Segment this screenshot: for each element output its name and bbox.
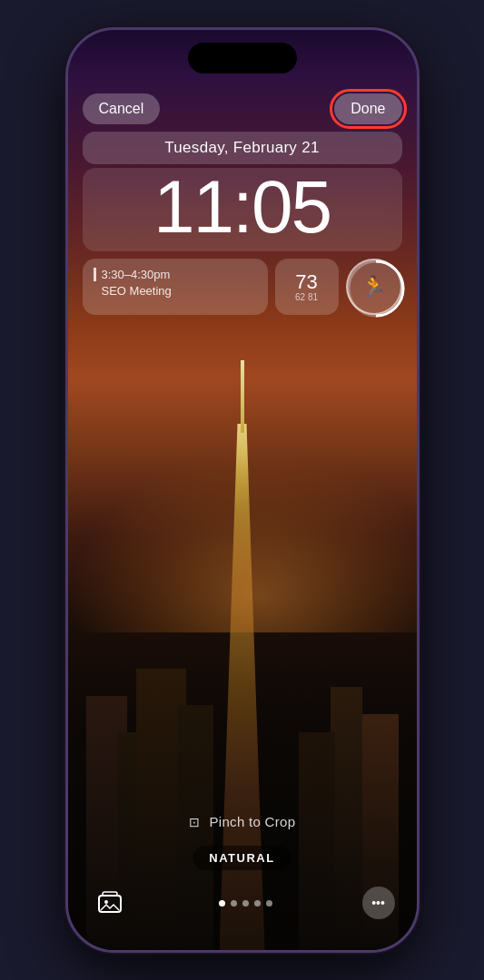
phone-shell: Cancel Done Tuesday, February 21 11:05 3…: [65, 27, 420, 953]
date-text: Tuesday, February 21: [164, 139, 319, 156]
done-button[interactable]: Done: [334, 93, 401, 124]
dot-2: [231, 900, 237, 906]
pinch-hint: ⊡ Pinch to Crop: [68, 814, 417, 829]
dot-5: [266, 900, 272, 906]
dot-4: [254, 900, 261, 906]
calendar-widget[interactable]: 3:30–4:30pm SEO Meeting: [83, 259, 268, 315]
event-title: SEO Meeting: [94, 284, 257, 298]
bottom-controls: •••: [68, 883, 417, 923]
more-options-button[interactable]: •••: [362, 887, 395, 919]
gallery-button[interactable]: [90, 883, 130, 923]
more-icon: •••: [371, 896, 385, 910]
dynamic-island: [188, 43, 297, 74]
progress-ring: [345, 258, 407, 319]
gallery-icon: [97, 890, 123, 916]
temperature: 73: [295, 272, 317, 292]
time-display: 11:05: [92, 170, 393, 244]
page-indicators: [219, 900, 272, 906]
widgets-row: 3:30–4:30pm SEO Meeting 73 62 81 🏃: [83, 259, 402, 315]
bottom-area: ⊡ Pinch to Crop NATURAL: [68, 814, 417, 950]
time-widget[interactable]: 11:05: [83, 168, 402, 251]
horizon-glow: [68, 451, 417, 632]
pinch-label: Pinch to Crop: [210, 814, 296, 829]
date-widget[interactable]: Tuesday, February 21: [83, 132, 402, 164]
event-time: 3:30–4:30pm: [94, 268, 257, 281]
crop-icon: ⊡: [189, 815, 200, 829]
filter-label[interactable]: NATURAL: [193, 846, 291, 870]
activity-widget[interactable]: 🏃: [346, 259, 402, 315]
weather-widget[interactable]: 73 62 81: [275, 259, 339, 315]
svg-point-4: [104, 900, 108, 904]
filter-bar: NATURAL: [68, 846, 417, 870]
svg-rect-3: [103, 892, 117, 896]
dot-1: [219, 900, 225, 906]
lock-screen-ui: Cancel Done Tuesday, February 21 11:05 3…: [68, 30, 417, 322]
temp-range: 62 81: [295, 292, 318, 302]
dot-3: [242, 900, 249, 906]
cancel-button[interactable]: Cancel: [83, 93, 161, 124]
